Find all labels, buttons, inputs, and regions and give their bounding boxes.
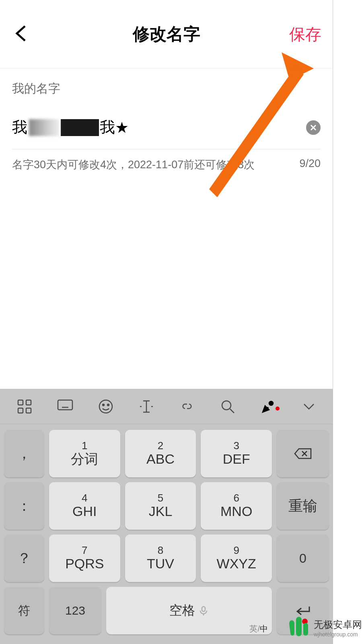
key-question[interactable]: ？ (4, 535, 44, 582)
notification-dot-icon (276, 407, 280, 411)
keyboard: ， 1 分词 2 ABC 3 DEF ： (0, 389, 333, 644)
svg-rect-5 (26, 400, 31, 405)
watermark-title: 无极安卓网 (314, 618, 362, 631)
kb-edit-icon[interactable] (248, 398, 288, 415)
kb-cursor-icon[interactable] (126, 398, 167, 415)
name-input-row[interactable]: 我 我 ★ (12, 117, 321, 149)
key-number: 9 (233, 545, 239, 555)
header: 修改名字 保存 (0, 0, 333, 68)
key-letters: WXYZ (217, 556, 256, 571)
key-6[interactable]: 6 MNO (201, 482, 272, 530)
hint-row: 名字30天内可修改4次，2022-11-07前还可修改3次 9/20 (12, 157, 321, 172)
key-space-label: 空格 (169, 602, 195, 619)
key-number: 3 (233, 440, 239, 451)
kb-search-icon[interactable] (208, 398, 248, 415)
name-text-part: 我 (100, 117, 115, 138)
key-letters: PQRS (65, 556, 104, 571)
hint-text: 名字30天内可修改4次，2022-11-07前还可修改3次 (12, 157, 299, 172)
key-number: 8 (158, 545, 163, 555)
key-space[interactable]: 空格 英/中 (106, 587, 272, 634)
svg-line-24 (230, 409, 234, 413)
kb-emoji-icon[interactable] (86, 398, 126, 415)
svg-point-22 (107, 404, 109, 406)
key-1[interactable]: 1 分词 (49, 430, 120, 477)
key-2[interactable]: 2 ABC (125, 430, 196, 477)
field-label: 我的名字 (12, 80, 321, 97)
key-0[interactable]: 0 (277, 535, 329, 582)
svg-point-21 (103, 404, 104, 406)
redacted-text (61, 119, 99, 136)
svg-point-20 (99, 400, 112, 413)
lang-en: 英 (249, 624, 257, 633)
key-letters: DEF (223, 452, 250, 466)
content: 我的名字 我 我 ★ 名字30天内可修改4次，2022-11-07前还可修改3次… (0, 68, 333, 172)
kb-link-icon[interactable] (167, 398, 207, 415)
key-colon[interactable]: ： (4, 482, 44, 530)
key-number: 2 (158, 440, 163, 451)
key-letters: JKL (149, 504, 173, 519)
key-4[interactable]: 4 GHI (49, 482, 120, 530)
save-button[interactable]: 保存 (289, 23, 321, 45)
keyboard-toolbar (0, 389, 333, 424)
key-letters: 分词 (71, 452, 98, 466)
svg-point-25 (269, 401, 273, 405)
key-number: 7 (82, 545, 87, 555)
key-9[interactable]: 9 WXYZ (201, 535, 272, 582)
key-number: 6 (233, 493, 239, 503)
svg-rect-29 (202, 607, 205, 611)
key-comma[interactable]: ， (4, 430, 44, 477)
svg-point-26 (266, 407, 269, 409)
key-letters: ABC (146, 452, 175, 466)
watermark-url: wjhotelgroup.com (314, 631, 362, 638)
keyboard-grid: ， 1 分词 2 ABC 3 DEF ： (0, 424, 333, 644)
kb-app-icon[interactable] (4, 398, 45, 415)
name-text-part: 我 (12, 117, 27, 138)
svg-rect-4 (18, 400, 23, 405)
key-letters: GHI (72, 504, 97, 519)
char-counter: 9/20 (299, 157, 321, 172)
key-8[interactable]: 8 TUV (125, 535, 196, 582)
key-number: 4 (82, 493, 87, 503)
redacted-text (29, 119, 59, 136)
key-123[interactable]: 123 (49, 587, 101, 634)
svg-rect-6 (18, 408, 23, 413)
key-symbol[interactable]: 符 (4, 587, 44, 634)
svg-rect-8 (58, 400, 72, 410)
lang-zh: 中 (260, 624, 268, 633)
svg-point-23 (222, 401, 231, 410)
watermark: 无极安卓网 wjhotelgroup.com (287, 615, 362, 641)
key-3[interactable]: 3 DEF (201, 430, 272, 477)
key-letters: TUV (147, 556, 174, 571)
lang-indicator: 英/中 (249, 625, 268, 633)
watermark-logo-icon (287, 615, 311, 641)
key-letters: MNO (220, 504, 252, 519)
key-number: 1 (82, 440, 87, 451)
key-5[interactable]: 5 JKL (125, 482, 196, 530)
mic-icon (198, 605, 209, 616)
key-backspace[interactable] (277, 430, 329, 477)
kb-keyboard-icon[interactable] (45, 398, 85, 415)
back-icon[interactable] (13, 25, 31, 44)
clear-icon[interactable] (306, 120, 321, 135)
key-reinput[interactable]: 重输 (277, 482, 329, 530)
name-input[interactable]: 我 我 ★ (12, 117, 306, 138)
key-number: 5 (158, 493, 163, 503)
key-7[interactable]: 7 PQRS (49, 535, 120, 582)
svg-rect-7 (26, 408, 31, 413)
kb-collapse-icon[interactable] (289, 398, 329, 415)
star-icon: ★ (115, 119, 129, 136)
page-title: 修改名字 (133, 23, 200, 45)
